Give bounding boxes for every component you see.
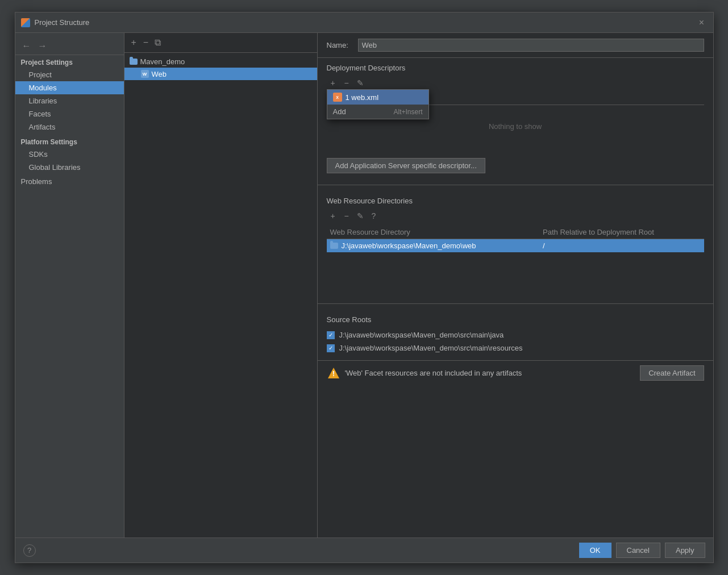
create-artifact-button[interactable]: Create Artifact xyxy=(640,365,704,381)
deployment-descriptors-title: Deployment Descriptors xyxy=(327,64,704,72)
section-divider-1 xyxy=(318,185,713,185)
web-res-help-button[interactable]: ? xyxy=(368,210,380,222)
name-row: Name: xyxy=(318,33,713,58)
sidebar-item-artifacts[interactable]: Artifacts xyxy=(15,120,124,134)
source-roots-section: Source Roots J:\javaweb\workspase\Maven_… xyxy=(318,310,713,360)
section-divider-2 xyxy=(318,303,713,304)
main-content: Name: Deployment Descriptors + X xyxy=(318,33,713,538)
add-dropdown: + X 1 web.xml Add Alt+Insert xyxy=(327,77,339,89)
source-root-row-2: J:\javaweb\workspase\Maven_demo\src\main… xyxy=(327,341,704,355)
popup-item-add[interactable]: Add Alt+Insert xyxy=(327,105,429,119)
name-label: Name: xyxy=(327,41,352,49)
tree-add-button[interactable]: + xyxy=(129,36,139,49)
main-sections: Deployment Descriptors + X 1 web.xml xyxy=(318,58,713,538)
web-resource-title: Web Resource Directories xyxy=(327,197,704,205)
folder-small-icon xyxy=(330,243,338,249)
web-res-dir-cell: J:\javaweb\workspase\Maven_demo\web xyxy=(327,239,540,253)
popup-add-shortcut: Alt+Insert xyxy=(393,108,422,116)
ok-button[interactable]: OK xyxy=(579,543,611,558)
deployment-edit-button[interactable]: ✎ xyxy=(354,77,367,89)
dialog-content: ← → Project Settings Project Modules Lib… xyxy=(15,33,713,538)
warning-icon: ! xyxy=(327,366,340,380)
help-button[interactable]: ? xyxy=(23,544,36,557)
deployment-add-button[interactable]: + xyxy=(327,77,339,89)
bottom-bar: ? OK Cancel Apply xyxy=(15,538,713,562)
source-root-path-2: J:\javaweb\workspase\Maven_demo\src\main… xyxy=(339,344,523,352)
nav-toolbar: ← → xyxy=(15,38,124,55)
sidebar-item-sdks[interactable]: SDKs xyxy=(15,148,124,161)
web-module-icon xyxy=(141,70,149,78)
web-resource-row[interactable]: J:\javaweb\workspase\Maven_demo\web / xyxy=(327,239,704,253)
deployment-toolbar: + X 1 web.xml Add Alt+Insert xyxy=(327,77,704,89)
web-res-edit-button[interactable]: ✎ xyxy=(354,210,367,222)
web-res-path-cell: / xyxy=(539,239,704,253)
tree-item-maven-demo[interactable]: Maven_demo xyxy=(124,55,317,68)
sidebar: ← → Project Settings Project Modules Lib… xyxy=(15,33,124,538)
title-bar-left: Project Structure xyxy=(21,18,90,27)
tree-content: Maven_demo Web xyxy=(124,53,317,538)
sidebar-item-libraries[interactable]: Libraries xyxy=(15,94,124,107)
project-settings-header: Project Settings xyxy=(15,55,124,68)
bottom-buttons: OK Cancel Apply xyxy=(579,543,705,558)
popup-item-webxml[interactable]: X 1 web.xml xyxy=(327,90,429,105)
sidebar-item-project[interactable]: Project xyxy=(15,68,124,81)
xml-file-icon: X xyxy=(333,93,342,102)
deployment-remove-button[interactable]: − xyxy=(340,77,353,89)
close-button[interactable]: × xyxy=(696,17,708,28)
sidebar-item-problems[interactable]: Problems xyxy=(15,174,124,189)
source-root-path-1: J:\javaweb\workspase\Maven_demo\src\main… xyxy=(339,331,504,339)
web-res-col1-header: Web Resource Directory xyxy=(327,226,540,239)
source-root-checkbox-2[interactable] xyxy=(327,344,335,352)
web-res-remove-button[interactable]: − xyxy=(340,210,353,222)
folder-icon xyxy=(130,59,138,65)
svg-text:!: ! xyxy=(332,369,334,378)
sidebar-item-facets[interactable]: Facets xyxy=(15,107,124,120)
name-input[interactable] xyxy=(358,39,704,52)
source-root-checkbox-1[interactable] xyxy=(327,331,335,339)
project-structure-dialog: Project Structure × ← → Project Settings… xyxy=(15,12,714,563)
tree-item-web[interactable]: Web xyxy=(124,68,317,80)
web-res-col2-header: Path Relative to Deployment Root xyxy=(539,226,704,239)
platform-settings-header: Platform Settings xyxy=(15,134,124,148)
source-root-row-1: J:\javaweb\workspase\Maven_demo\src\main… xyxy=(327,328,704,341)
apply-button[interactable]: Apply xyxy=(665,543,705,558)
sidebar-item-global-libraries[interactable]: Global Libraries xyxy=(15,161,124,174)
add-descriptor-button[interactable]: Add Application Server specific descript… xyxy=(327,158,485,173)
source-roots-title: Source Roots xyxy=(327,315,704,324)
add-descriptor-row: Add Application Server specific descript… xyxy=(318,153,713,185)
dialog-title: Project Structure xyxy=(35,18,90,27)
cancel-button[interactable]: Cancel xyxy=(616,543,660,558)
warning-text: 'Web' Facet resources are not included i… xyxy=(345,369,636,377)
web-resource-section: Web Resource Directories + − ✎ ? Web Res… xyxy=(318,191,713,258)
nav-forward-button[interactable]: → xyxy=(36,40,49,52)
deployment-descriptors-section: Deployment Descriptors + X 1 web.xml xyxy=(318,58,713,153)
tree-toolbar: + − ⧉ xyxy=(124,33,317,53)
tree-remove-button[interactable]: − xyxy=(141,36,151,49)
sidebar-item-modules[interactable]: Modules xyxy=(15,81,124,94)
app-icon xyxy=(21,18,30,27)
module-tree-panel: + − ⧉ Maven_demo Web xyxy=(124,33,318,538)
tree-copy-button[interactable]: ⧉ xyxy=(153,38,162,47)
title-bar: Project Structure × xyxy=(15,13,713,33)
web-resource-table: Web Resource Directory Path Relative to … xyxy=(327,226,704,252)
web-resource-toolbar: + − ✎ ? xyxy=(327,210,704,222)
warning-row: ! 'Web' Facet resources are not included… xyxy=(318,360,713,385)
nav-back-button[interactable]: ← xyxy=(20,40,34,52)
add-popup-menu: X 1 web.xml Add Alt+Insert xyxy=(327,89,429,119)
web-res-add-button[interactable]: + xyxy=(327,210,339,222)
